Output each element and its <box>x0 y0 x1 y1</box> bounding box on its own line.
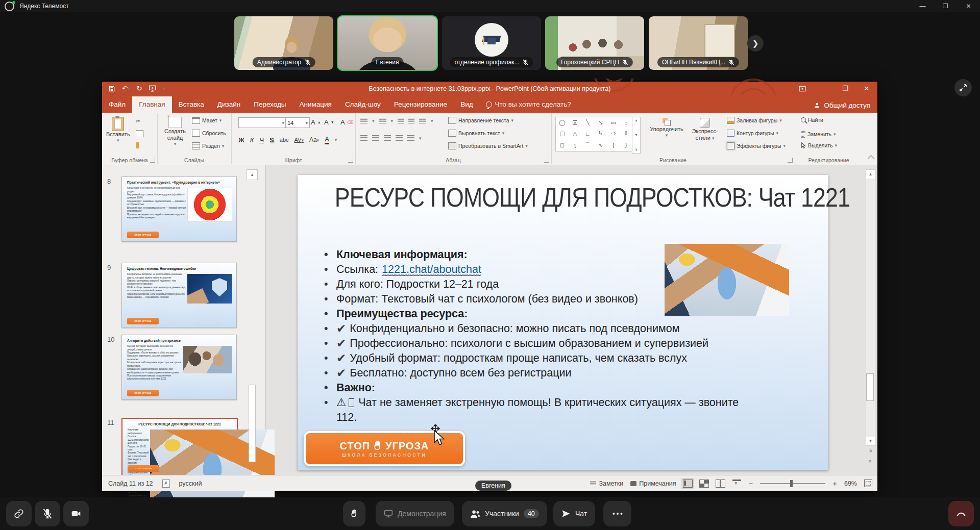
cut-button[interactable]: ✂ <box>136 118 140 124</box>
font-dialog-launcher[interactable] <box>348 158 353 163</box>
ppt-restore-button[interactable]: ❐ <box>835 82 856 95</box>
bold-button[interactable]: Ж <box>238 136 244 144</box>
scroll-up-arrow[interactable]: ▲ <box>866 170 875 179</box>
customize-qat-button[interactable]: ▾ <box>163 86 165 91</box>
font-name-combo[interactable]: ▾ <box>238 117 286 128</box>
zoom-slider[interactable] <box>760 483 825 484</box>
chat-link[interactable]: 1221.chat/aboutchat <box>382 263 481 276</box>
shrink-font-button[interactable]: А▼ <box>324 118 334 126</box>
end-call-button[interactable] <box>948 501 974 526</box>
ribbon-display-options-button[interactable] <box>792 82 813 95</box>
line-spacing-button[interactable] <box>419 118 426 123</box>
decrease-indent-button[interactable] <box>398 118 404 123</box>
current-slide-canvas[interactable]: РЕСУРС ПОМОЩИ ДЛЯ ПОДРОСТКОВ: Чат 1221 •… <box>298 175 828 470</box>
redo-button[interactable]: ↻ <box>136 85 142 92</box>
slide-sorter-view-button[interactable] <box>700 480 708 487</box>
shapes-gallery-scroll[interactable]: ▲▼⊻ <box>632 117 641 154</box>
find-button[interactable]: Найти <box>801 117 823 123</box>
reading-view-button[interactable] <box>716 479 725 488</box>
ppt-minimize-button[interactable]: — <box>813 82 835 95</box>
tab-home-selected[interactable]: Главная <box>132 96 172 113</box>
shape-down-arrow-icon[interactable]: ⇩ <box>624 130 628 137</box>
align-left-button[interactable] <box>360 135 368 141</box>
window-minimize-button[interactable]: — <box>911 0 934 12</box>
window-close-button[interactable]: ✕ <box>957 0 980 12</box>
quick-styles-button[interactable]: Экспресс- стили ▾ <box>688 118 722 141</box>
slideshow-view-button[interactable] <box>732 479 741 487</box>
shape-freeform-icon[interactable]: ◻ <box>560 142 565 148</box>
camera-button[interactable] <box>63 501 89 526</box>
shape-rectangle-icon[interactable]: ▭ <box>610 119 616 126</box>
bullets-button[interactable] <box>360 118 368 123</box>
previous-slide-button[interactable]: » <box>866 447 874 456</box>
shape-outline-button[interactable]: Контур фигуры▾ <box>727 130 778 137</box>
drawing-dialog-launcher[interactable] <box>788 158 793 163</box>
collapse-ribbon-button[interactable] <box>868 155 874 162</box>
format-painter-button[interactable] <box>136 142 139 148</box>
change-case-button[interactable]: Aa▾ <box>309 136 319 143</box>
shape-fill-button[interactable]: Заливка фигуры▾ <box>727 117 782 124</box>
shape-curve-icon[interactable]: ∿ <box>598 142 603 148</box>
screen-share-button[interactable]: Демонстрация <box>376 501 454 526</box>
replace-button[interactable]: abacЗаменить▾ <box>801 130 836 139</box>
text-direction-button[interactable]: Направление текста▾ <box>448 117 513 124</box>
scrollbar-thumb[interactable] <box>866 373 874 401</box>
italic-button[interactable]: К <box>250 136 254 144</box>
share-button[interactable]: Общий доступ <box>814 102 870 109</box>
notes-button[interactable]: Заметки <box>590 480 623 487</box>
select-button[interactable]: Выделить▾ <box>801 142 837 148</box>
shape-arc-icon[interactable]: ⌒ <box>585 141 591 149</box>
copy-button[interactable] <box>136 130 143 137</box>
comments-button[interactable]: Примечания <box>630 480 676 487</box>
microphone-muted-button[interactable] <box>35 501 60 526</box>
shapes-gallery[interactable]: ◯ А ╲ ↘ ▭ ○ ▢ △ ∟ ↳ ⇨ ⇩ ◻ ʅ ⌒ ∿ { <box>555 117 633 152</box>
reset-button[interactable]: Сбросить <box>192 130 226 137</box>
shape-textbox-icon[interactable]: А <box>573 120 577 125</box>
slide-thumbnail-11-selected[interactable]: РЕСУРС ПОМОЩИ ДЛЯ ПОДРОСТКОВ: Чат 1221 К… <box>121 418 238 476</box>
next-slide-button[interactable]: » <box>866 457 874 466</box>
shape-effects-button[interactable]: Эффекты фигуры▾ <box>727 142 786 149</box>
zoom-in-button[interactable]: + <box>832 479 837 488</box>
text-shadow-button[interactable]: S <box>270 136 274 144</box>
shape-elbow-icon[interactable]: ∟ <box>585 131 591 137</box>
participant-tile[interactable]: Гороховецкий СРЦН <box>545 16 644 70</box>
shape-scribble-icon[interactable]: ʅ <box>574 142 575 148</box>
normal-view-button[interactable] <box>683 479 693 488</box>
start-slideshow-icon[interactable] <box>149 85 156 92</box>
layout-button[interactable]: Макет▾ <box>192 117 222 124</box>
fit-slide-to-window-button[interactable] <box>864 479 872 487</box>
participants-button[interactable]: Участники 40 <box>462 501 547 526</box>
arrange-button[interactable]: Упорядочить▾ <box>646 118 687 138</box>
zoom-level[interactable]: 69% <box>844 480 857 487</box>
slide-thumbnail-9[interactable]: Цифровая гигиена: Неочевидные ошибки Кон… <box>121 263 237 328</box>
tab-transitions[interactable]: Переходы <box>247 96 292 113</box>
panel-scroll-up-button[interactable]: ▲ <box>247 169 258 180</box>
participant-tile[interactable]: отделение профилак... <box>442 16 541 70</box>
tab-insert[interactable]: Вставка <box>172 96 211 113</box>
align-text-button[interactable]: Выровнять текст▾ <box>448 130 504 137</box>
paragraph-dialog-launcher[interactable] <box>544 158 549 163</box>
tab-animations[interactable]: Анимация <box>293 96 338 113</box>
next-participants-button[interactable]: ❯ <box>747 35 764 52</box>
section-button[interactable]: Раздел▾ <box>192 142 224 149</box>
slide-thumbnail-10[interactable]: Алгоритм действий при кризисе Оценка сит… <box>121 335 237 400</box>
shape-line-icon[interactable]: ╲ <box>586 119 590 126</box>
participant-tile[interactable]: ОПБиПН ВязникиКЦ... <box>649 16 748 70</box>
panel-scrollbar-thumb[interactable] <box>249 385 256 462</box>
align-right-button[interactable] <box>384 135 391 141</box>
language-indicator[interactable]: русский <box>179 480 202 487</box>
new-slide-button[interactable]: Создать слайд▾ <box>160 117 190 147</box>
character-spacing-button[interactable]: AV▾ <box>295 137 304 143</box>
shape-circle-icon[interactable]: ○ <box>624 120 628 126</box>
shape-oval-icon[interactable]: ◯ <box>559 119 565 126</box>
align-center-button[interactable] <box>372 135 379 141</box>
save-icon[interactable] <box>108 85 115 92</box>
participant-tile[interactable]: Администратор <box>234 16 333 70</box>
spellcheck-icon[interactable]: ✗ <box>162 479 170 488</box>
shape-right-arrow-icon[interactable]: ⇨ <box>611 130 616 137</box>
shape-brace-left-icon[interactable]: { <box>612 142 615 148</box>
paste-button[interactable]: Вставить▾ <box>106 117 130 143</box>
more-options-button[interactable] <box>603 501 631 526</box>
chat-button[interactable]: Чат <box>553 501 595 526</box>
expand-screen-button[interactable] <box>954 79 972 96</box>
